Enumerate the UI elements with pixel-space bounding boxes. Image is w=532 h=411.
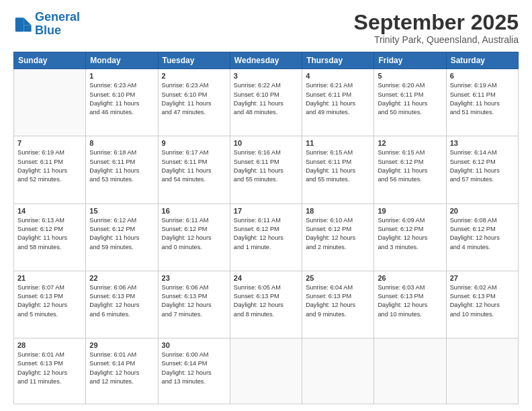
calendar-cell: 27Sunrise: 6:02 AMSunset: 6:13 PMDayligh… [446, 271, 518, 338]
calendar-header-friday: Friday [374, 52, 446, 69]
day-number: 26 [378, 274, 442, 282]
calendar-cell: 2Sunrise: 6:23 AMSunset: 6:10 PMDaylight… [158, 69, 230, 136]
day-info: Sunrise: 6:08 AMSunset: 6:12 PMDaylight:… [450, 216, 515, 252]
logo-line2: Blue [35, 24, 61, 37]
calendar-header-saturday: Saturday [446, 52, 518, 69]
header: General Blue September 2025 Trinity Park… [13, 11, 519, 45]
calendar-cell: 29Sunrise: 6:01 AMSunset: 6:14 PMDayligh… [86, 338, 158, 404]
day-number: 7 [17, 139, 82, 147]
day-info: Sunrise: 6:01 AMSunset: 6:14 PMDaylight:… [89, 351, 154, 386]
day-info: Sunrise: 6:23 AMSunset: 6:10 PMDaylight:… [89, 81, 154, 117]
day-number: 21 [17, 274, 82, 282]
calendar-cell: 19Sunrise: 6:09 AMSunset: 6:12 PMDayligh… [374, 203, 446, 271]
day-number: 29 [89, 341, 154, 349]
calendar-cell: 18Sunrise: 6:10 AMSunset: 6:12 PMDayligh… [302, 203, 374, 271]
day-number: 8 [89, 139, 154, 147]
calendar-week-row: 7Sunrise: 6:19 AMSunset: 6:11 PMDaylight… [14, 136, 519, 203]
day-info: Sunrise: 6:07 AMSunset: 6:13 PMDaylight:… [17, 283, 82, 319]
day-number: 24 [234, 274, 298, 282]
day-number: 12 [378, 139, 442, 147]
calendar-cell: 5Sunrise: 6:20 AMSunset: 6:11 PMDaylight… [374, 69, 446, 136]
day-info: Sunrise: 6:18 AMSunset: 6:11 PMDaylight:… [89, 148, 154, 184]
day-number: 10 [234, 139, 298, 147]
day-info: Sunrise: 6:17 AMSunset: 6:11 PMDaylight:… [162, 148, 226, 184]
calendar-cell: 7Sunrise: 6:19 AMSunset: 6:11 PMDaylight… [14, 136, 86, 203]
day-info: Sunrise: 6:00 AMSunset: 6:14 PMDaylight:… [162, 351, 226, 386]
svg-marker-1 [24, 25, 31, 32]
day-number: 9 [162, 139, 226, 147]
logo-text: General Blue [35, 11, 80, 38]
calendar-cell: 16Sunrise: 6:11 AMSunset: 6:12 PMDayligh… [158, 203, 230, 271]
day-info: Sunrise: 6:22 AMSunset: 6:10 PMDaylight:… [234, 81, 298, 117]
calendar-cell: 20Sunrise: 6:08 AMSunset: 6:12 PMDayligh… [446, 203, 518, 271]
logo: General Blue [13, 11, 80, 38]
day-number: 2 [162, 72, 226, 80]
calendar-cell: 3Sunrise: 6:22 AMSunset: 6:10 PMDaylight… [230, 69, 302, 136]
calendar-table: SundayMondayTuesdayWednesdayThursdayFrid… [13, 52, 519, 404]
calendar-cell: 26Sunrise: 6:03 AMSunset: 6:13 PMDayligh… [374, 271, 446, 338]
calendar-cell [374, 338, 446, 404]
day-info: Sunrise: 6:05 AMSunset: 6:13 PMDaylight:… [234, 283, 298, 319]
calendar-cell: 17Sunrise: 6:11 AMSunset: 6:12 PMDayligh… [230, 203, 302, 271]
day-number: 1 [89, 72, 154, 80]
day-info: Sunrise: 6:19 AMSunset: 6:11 PMDaylight:… [450, 81, 515, 117]
calendar-cell: 25Sunrise: 6:04 AMSunset: 6:13 PMDayligh… [302, 271, 374, 338]
day-number: 11 [306, 139, 370, 147]
calendar-header-tuesday: Tuesday [158, 52, 230, 69]
calendar-header-monday: Monday [86, 52, 158, 69]
day-info: Sunrise: 6:15 AMSunset: 6:11 PMDaylight:… [306, 148, 370, 184]
calendar-cell: 30Sunrise: 6:00 AMSunset: 6:14 PMDayligh… [158, 338, 230, 404]
day-number: 25 [306, 274, 370, 282]
day-number: 17 [234, 207, 298, 215]
day-number: 6 [450, 72, 515, 80]
title-block: September 2025 Trinity Park, Queensland,… [354, 11, 519, 45]
day-info: Sunrise: 6:04 AMSunset: 6:13 PMDaylight:… [306, 283, 370, 319]
calendar-cell [230, 338, 302, 404]
calendar-header-sunday: Sunday [14, 52, 86, 69]
day-info: Sunrise: 6:11 AMSunset: 6:12 PMDaylight:… [234, 216, 298, 252]
calendar-cell: 22Sunrise: 6:06 AMSunset: 6:13 PMDayligh… [86, 271, 158, 338]
calendar-week-row: 14Sunrise: 6:13 AMSunset: 6:12 PMDayligh… [14, 203, 519, 271]
calendar-cell: 21Sunrise: 6:07 AMSunset: 6:13 PMDayligh… [14, 271, 86, 338]
calendar-header-thursday: Thursday [302, 52, 374, 69]
calendar-week-row: 1Sunrise: 6:23 AMSunset: 6:10 PMDaylight… [14, 69, 519, 136]
logo-line1: General [35, 10, 80, 24]
day-info: Sunrise: 6:14 AMSunset: 6:12 PMDaylight:… [450, 148, 515, 184]
day-number: 14 [17, 207, 82, 215]
calendar-cell [446, 338, 518, 404]
day-info: Sunrise: 6:19 AMSunset: 6:11 PMDaylight:… [17, 148, 82, 184]
logo-icon [13, 15, 32, 34]
day-info: Sunrise: 6:20 AMSunset: 6:11 PMDaylight:… [378, 81, 442, 117]
calendar-cell [14, 69, 86, 136]
day-info: Sunrise: 6:11 AMSunset: 6:12 PMDaylight:… [162, 216, 226, 252]
calendar-cell: 24Sunrise: 6:05 AMSunset: 6:13 PMDayligh… [230, 271, 302, 338]
calendar-cell: 28Sunrise: 6:01 AMSunset: 6:13 PMDayligh… [14, 338, 86, 404]
calendar-header-wednesday: Wednesday [230, 52, 302, 69]
calendar-cell: 8Sunrise: 6:18 AMSunset: 6:11 PMDaylight… [86, 136, 158, 203]
day-number: 22 [89, 274, 154, 282]
svg-marker-0 [24, 17, 31, 25]
calendar-cell: 10Sunrise: 6:16 AMSunset: 6:11 PMDayligh… [230, 136, 302, 203]
day-info: Sunrise: 6:02 AMSunset: 6:13 PMDaylight:… [450, 283, 515, 319]
calendar-cell: 11Sunrise: 6:15 AMSunset: 6:11 PMDayligh… [302, 136, 374, 203]
calendar-cell: 13Sunrise: 6:14 AMSunset: 6:12 PMDayligh… [446, 136, 518, 203]
calendar-cell: 15Sunrise: 6:12 AMSunset: 6:12 PMDayligh… [86, 203, 158, 271]
day-info: Sunrise: 6:06 AMSunset: 6:13 PMDaylight:… [89, 283, 154, 319]
day-number: 16 [162, 207, 226, 215]
day-number: 13 [450, 139, 515, 147]
calendar-cell: 12Sunrise: 6:15 AMSunset: 6:12 PMDayligh… [374, 136, 446, 203]
calendar-cell: 6Sunrise: 6:19 AMSunset: 6:11 PMDaylight… [446, 69, 518, 136]
calendar-cell: 9Sunrise: 6:17 AMSunset: 6:11 PMDaylight… [158, 136, 230, 203]
day-number: 23 [162, 274, 226, 282]
day-number: 30 [162, 341, 226, 349]
day-info: Sunrise: 6:16 AMSunset: 6:11 PMDaylight:… [234, 148, 298, 184]
subtitle: Trinity Park, Queensland, Australia [354, 34, 519, 45]
day-info: Sunrise: 6:09 AMSunset: 6:12 PMDaylight:… [378, 216, 442, 252]
day-number: 20 [450, 207, 515, 215]
svg-rect-2 [15, 17, 24, 32]
day-info: Sunrise: 6:23 AMSunset: 6:10 PMDaylight:… [162, 81, 226, 117]
day-number: 4 [306, 72, 370, 80]
day-number: 15 [89, 207, 154, 215]
calendar-cell: 14Sunrise: 6:13 AMSunset: 6:12 PMDayligh… [14, 203, 86, 271]
day-info: Sunrise: 6:10 AMSunset: 6:12 PMDaylight:… [306, 216, 370, 252]
